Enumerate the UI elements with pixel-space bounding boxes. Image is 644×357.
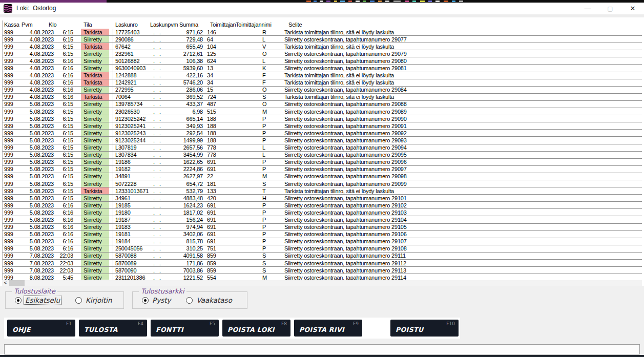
radio-button-icon[interactable]	[142, 297, 149, 304]
cell-klo: 6:15	[54, 173, 73, 179]
scrollbar-thumb[interactable]	[9, 280, 25, 286]
cell-nimi: P	[228, 224, 281, 230]
radio-label: Kirjoitin	[85, 296, 113, 304]
cell-selite: Siirretty ostoreskontraan, tapahtumanume…	[281, 116, 642, 122]
table-row[interactable]: 9995.08.20236:15Siirretty34961. .4883,48…	[3, 195, 642, 202]
radio-option-vaakataso[interactable]: Vaakataso	[186, 296, 233, 304]
table-row[interactable]: 9997.08.202322:03Siirretty5870088. .4091…	[3, 253, 642, 260]
poista-rivi-button[interactable]: POISTA RIVIF9	[294, 320, 362, 337]
cell-nimi: P	[228, 245, 281, 251]
table-row[interactable]: 9995.08.20236:16Siirretty19184. .815,786…	[3, 238, 642, 245]
fontti-button[interactable]: FONTTIF5	[151, 320, 219, 337]
cell-laskunpvm: . .	[149, 29, 176, 35]
table-row[interactable]: 9994.08.20236:16Tarkista1242921. .5746,2…	[3, 79, 642, 87]
close-button-icon[interactable]: ✕	[621, 3, 644, 14]
cell-kassa: 999	[3, 130, 22, 136]
tulosta-button[interactable]: TULOSTAF4	[79, 320, 147, 337]
table-row[interactable]: 9995.08.20236:15Siirretty9123025241. .34…	[3, 122, 642, 130]
radio-button-icon[interactable]	[75, 297, 82, 304]
table-row[interactable]: 9994.08.20236:16Siirretty50126882. .106,…	[3, 57, 642, 65]
cell-pvm: 5.08.2023	[22, 130, 54, 136]
radio-button-icon[interactable]	[15, 297, 22, 304]
cell-summa: 106,38	[176, 58, 203, 64]
table-row[interactable]: 9994.08.20236:16Siirretty9630040903. .59…	[3, 65, 642, 72]
cell-laskunpvm: . .	[149, 101, 176, 107]
cell-summa: 3454,99	[176, 152, 203, 158]
cell-klo: 6:16	[54, 202, 73, 208]
cell-kassa: 999	[3, 231, 22, 237]
cell-toim: 188	[207, 137, 228, 143]
table-row[interactable]: 9995.08.20236:16Siirretty19187. .156,246…	[3, 216, 642, 223]
table-row[interactable]: 9995.08.20236:15SiirrettyL307834. .3454,…	[3, 152, 642, 159]
maximize-button-icon[interactable]: ▢	[599, 3, 621, 14]
cell-laskunro: 272995	[115, 87, 149, 93]
cell-laskunro: 34961	[115, 195, 149, 201]
radio-option-pysty[interactable]: Pysty	[142, 296, 172, 304]
horizontal-scrollbar[interactable]: <	[2, 280, 642, 286]
cell-summa: 171,86	[176, 260, 203, 266]
cell-nimi: S	[228, 260, 281, 266]
table-row[interactable]: 9995.08.20236:15Siirretty9123025244. .14…	[3, 137, 642, 144]
table-row[interactable]: 9995.08.20236:16Siirretty19185. .1624,23…	[3, 202, 642, 209]
table-row[interactable]: 9994.08.20236:15Siirretty232961. .2712,6…	[3, 50, 642, 57]
cell-laskunpvm: . .	[149, 123, 176, 129]
cell-laskunpvm: . .	[149, 116, 176, 122]
table-row[interactable]: 9995.08.20236:15Siirretty5072228. .654,7…	[3, 180, 642, 187]
cell-klo: 6:16	[54, 209, 73, 216]
scroll-left-icon[interactable]: <	[2, 280, 9, 286]
cell-nimi: S	[228, 253, 281, 259]
table-row[interactable]: 9997.08.202322:03Siirretty5870089. .171,…	[3, 260, 642, 267]
ohje-button[interactable]: OHJEF1	[7, 320, 75, 337]
table-row[interactable]: 9995.08.20236:16Siirretty250045056. .310…	[3, 245, 642, 253]
cell-nimi: S	[228, 181, 281, 187]
table-row[interactable]: 9997.08.202322:03Siirretty5870090. .7003…	[3, 267, 642, 274]
cell-laskunpvm: . .	[149, 166, 176, 172]
table-row[interactable]: 9995.08.20236:16Siirretty19183. .974,946…	[3, 224, 642, 231]
cell-klo: 6:16	[54, 79, 73, 86]
cell-nimi: P	[228, 209, 281, 216]
table-row[interactable]: 9995.08.20236:15Siirretty19182. .2224,86…	[3, 166, 642, 173]
radio-button-icon[interactable]	[186, 297, 193, 304]
cell-laskunpvm: . .	[149, 79, 176, 86]
table-row[interactable]: 9995.08.20236:15Siirretty9123025243. .29…	[3, 130, 642, 137]
cell-toim: 188	[207, 116, 228, 122]
group-title: Tulostusarkki	[139, 287, 186, 295]
status-badge: Siirretty	[81, 180, 109, 187]
poistu-button[interactable]: POISTUF10	[390, 320, 459, 337]
cell-toim: 146	[207, 29, 228, 35]
table-row[interactable]: 9994.08.20236:15Tarkista67642. .655,4910…	[3, 43, 642, 50]
status-badge: Siirretty	[81, 274, 109, 280]
table-row[interactable]: 9995.08.20236:15Siirretty19186. .1622,65…	[3, 159, 642, 166]
table-row[interactable]: 9995.08.20236:15Siirretty9123025242. .66…	[3, 115, 642, 122]
cell-summa: 292,54	[176, 130, 203, 136]
table-row[interactable]: 9994.08.20236:15Siirretty290086. .729,48…	[3, 36, 642, 43]
table-row[interactable]: 9994.08.20236:16Tarkista70064. .369,5272…	[3, 94, 642, 101]
cell-klo: 6:16	[54, 224, 73, 230]
cell-laskunpvm: . .	[149, 238, 176, 244]
table-row[interactable]: 9994.08.20236:16Siirretty272995. .286,06…	[3, 87, 642, 94]
cell-laskunro: 9123025241	[115, 123, 149, 129]
table-row[interactable]: 9994.08.20236:15Tarkista17725403. .971,6…	[3, 29, 642, 36]
radio-option-kirjoitin[interactable]: Kirjoitin	[75, 296, 113, 304]
table-row[interactable]: 9995.08.20236:16Siirretty19181. .3402,06…	[3, 231, 642, 238]
table-row[interactable]: 9995.08.20236:15Siirretty34891. .2627,97…	[3, 173, 642, 180]
cell-laskunro: 19180	[115, 209, 149, 216]
table-row[interactable]: 9995.08.20236:15SiirrettyL307819. .2657,…	[3, 144, 642, 152]
radio-option-esikatselu[interactable]: Esikatselu	[15, 296, 61, 304]
table-row[interactable]: 9994.08.20236:16Tarkista1242888. .422,16…	[3, 72, 642, 79]
table-row[interactable]: 9995.08.20236:15Siirretty139785734. .433…	[3, 101, 642, 108]
app-icon	[4, 4, 12, 13]
cell-summa: 532,79	[176, 188, 203, 194]
table-row[interactable]: 9998.08.20235:45Siirretty2311201386. .12…	[3, 274, 642, 280]
table-row[interactable]: 9995.08.20236:16Siirretty19180. .1817,02…	[3, 209, 642, 216]
cell-summa: 654,72	[176, 181, 203, 187]
table-row[interactable]: 9995.08.20236:15Siirretty23026530. .6,98…	[3, 108, 642, 115]
cell-nimi: K	[228, 65, 281, 71]
poista-loki-button[interactable]: POISTA LOKIF8	[222, 320, 290, 337]
cell-laskunpvm: . .	[149, 152, 176, 158]
cell-toim: 34	[207, 79, 228, 86]
column-header-laskunpvm: Laskunpvm	[150, 22, 178, 28]
minimize-button-icon[interactable]: —	[576, 3, 599, 14]
table-row[interactable]: 9995.08.20236:15Tarkista12331013671. .53…	[3, 187, 642, 195]
status-badge: Siirretty	[81, 36, 109, 43]
